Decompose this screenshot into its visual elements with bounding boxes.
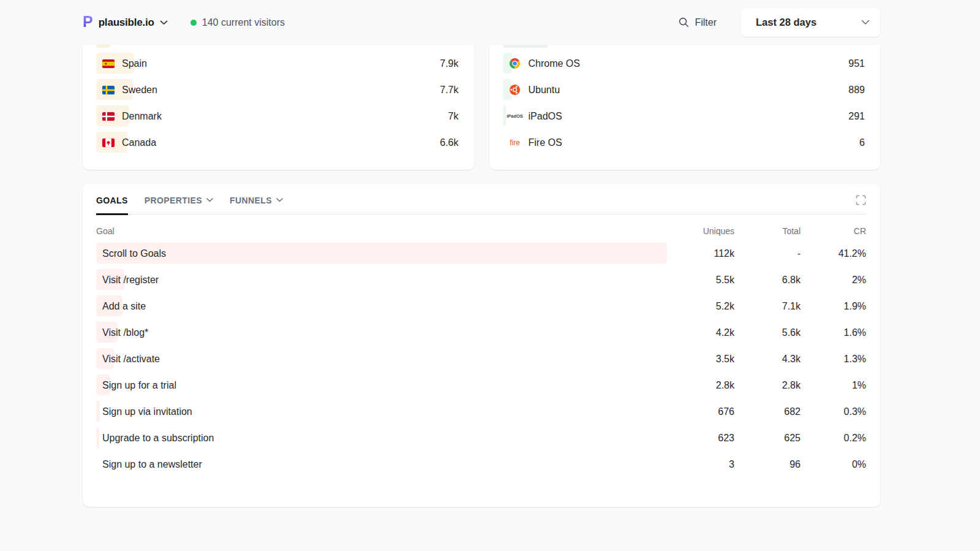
goal-cr: 1% — [801, 380, 866, 391]
fireos-wordmark-icon: fire — [509, 139, 521, 147]
goal-uniques: 5.2k — [667, 301, 734, 312]
goal-uniques: 3.5k — [667, 354, 734, 365]
os-row-chromeos[interactable]: Chrome OS 951 — [503, 50, 865, 77]
goal-uniques: 2.8k — [667, 380, 734, 391]
goal-label: Visit /activate — [96, 354, 160, 365]
search-icon — [679, 17, 689, 28]
goal-row[interactable]: Add a site 5.2k 7.1k 1.9% — [96, 293, 866, 319]
goal-uniques: 4.2k — [667, 327, 734, 338]
goal-label: Sign up for a trial — [96, 380, 176, 391]
site-switcher[interactable]: plausible.io — [99, 17, 168, 29]
flag-spain-icon — [102, 59, 115, 68]
goal-total: 2.8k — [734, 380, 801, 391]
goal-label: Sign up to a newsletter — [96, 459, 202, 470]
cutoff-bar-fragment — [96, 45, 110, 48]
tab-funnels[interactable]: FUNNELS — [230, 196, 283, 205]
date-range-dropdown[interactable]: Last 28 days — [741, 9, 880, 37]
goal-cr: 1.6% — [801, 327, 866, 338]
goal-row[interactable]: Sign up via invitation 676 682 0.3% — [96, 398, 866, 425]
country-row-denmark[interactable]: Denmark 7k — [96, 103, 459, 129]
current-visitors[interactable]: 140 current visitors — [202, 17, 285, 28]
country-row-spain[interactable]: Spain 7.9k — [96, 50, 459, 77]
flag-sweden-icon — [102, 86, 115, 94]
chevron-down-icon — [160, 20, 168, 25]
country-name: Denmark — [122, 111, 162, 122]
col-header-total: Total — [734, 226, 801, 236]
os-name: iPadOS — [529, 111, 562, 122]
flag-denmark-icon — [102, 112, 115, 121]
goal-cr: 0.3% — [801, 406, 866, 417]
goal-uniques: 112k — [667, 248, 734, 259]
goal-total: 7.1k — [734, 301, 801, 312]
col-header-cr: CR — [801, 226, 866, 236]
goal-cr: 0.2% — [801, 433, 866, 444]
flag-canada-icon — [102, 139, 115, 147]
os-value: 951 — [848, 58, 865, 69]
goal-total: 5.6k — [734, 327, 801, 338]
goal-row[interactable]: Visit /blog* 4.2k 5.6k 1.6% — [96, 319, 866, 346]
goal-uniques: 676 — [667, 406, 734, 417]
tab-goals[interactable]: GOALS — [96, 196, 128, 205]
goals-tabs: GOALS PROPERTIES FUNNELS — [96, 195, 866, 215]
goal-cr: 0% — [801, 459, 866, 470]
filter-button[interactable]: Filter — [679, 17, 717, 28]
site-name: plausible.io — [99, 17, 154, 29]
os-row-ipados[interactable]: iPadOS iPadOS 291 — [503, 103, 865, 129]
chevron-down-icon — [206, 198, 213, 202]
os-row-ubuntu[interactable]: Ubuntu 889 — [503, 77, 865, 103]
os-bar — [503, 105, 506, 126]
goal-label: Upgrade to a subscription — [96, 433, 214, 444]
expand-icon[interactable] — [856, 195, 866, 205]
goal-row[interactable]: Visit /register 5.5k 6.8k 2% — [96, 267, 866, 293]
goal-label: Visit /register — [96, 275, 159, 286]
col-header-uniques: Uniques — [667, 226, 734, 236]
country-value: 7.9k — [440, 58, 458, 69]
goal-cr: 1.3% — [801, 354, 866, 365]
goal-total: 682 — [734, 406, 801, 417]
os-value: 889 — [848, 85, 865, 96]
country-value: 7k — [448, 111, 459, 122]
cutoff-bar-fragment — [503, 45, 548, 48]
goal-uniques: 3 — [667, 459, 734, 470]
goal-bar — [96, 243, 667, 264]
filter-label: Filter — [695, 17, 717, 28]
countries-card: Spain 7.9k Sweden 7.7k Denmark — [83, 45, 474, 170]
goal-uniques: 623 — [667, 433, 734, 444]
ipados-wordmark-icon: iPadOS — [509, 113, 521, 119]
os-value: 291 — [848, 111, 865, 122]
breakdown-cards-row: Spain 7.9k Sweden 7.7k Denmark — [83, 45, 880, 170]
country-row-sweden[interactable]: Sweden 7.7k — [96, 77, 459, 103]
country-row-canada[interactable]: Canada 6.6k — [96, 129, 459, 156]
goal-row[interactable]: Sign up for a trial 2.8k 2.8k 1% — [96, 372, 866, 398]
goal-row[interactable]: Visit /activate 3.5k 4.3k 1.3% — [96, 346, 866, 372]
country-name: Canada — [122, 137, 156, 148]
os-value: 6 — [859, 137, 865, 148]
goal-label: Sign up via invitation — [96, 406, 192, 417]
goal-row[interactable]: Sign up to a newsletter 3 96 0% — [96, 451, 866, 477]
goal-cr: 41.2% — [801, 248, 866, 259]
goal-total: 625 — [734, 433, 801, 444]
os-name: Ubuntu — [529, 85, 560, 96]
goal-label: Scroll to Goals — [96, 248, 166, 259]
goals-table-body: Scroll to Goals 112k - 41.2% Visit /regi… — [96, 240, 866, 477]
goal-total: 4.3k — [734, 354, 801, 365]
os-name: Fire OS — [529, 137, 562, 148]
goal-label: Add a site — [96, 301, 146, 312]
os-name: Chrome OS — [529, 58, 580, 69]
goal-uniques: 5.5k — [667, 275, 734, 286]
chevron-down-icon — [276, 198, 283, 202]
country-name: Spain — [122, 58, 147, 69]
country-value: 6.6k — [440, 137, 458, 148]
goal-total: 6.8k — [734, 275, 801, 286]
os-row-fireos[interactable]: fire Fire OS 6 — [503, 129, 865, 156]
goals-card: GOALS PROPERTIES FUNNELS — [83, 184, 880, 507]
chevron-down-icon — [861, 20, 870, 25]
country-name: Sweden — [122, 85, 157, 96]
tab-properties[interactable]: PROPERTIES — [145, 196, 213, 205]
goal-cr: 2% — [801, 275, 866, 286]
goal-row[interactable]: Scroll to Goals 112k - 41.2% — [96, 240, 866, 267]
live-dot — [190, 20, 197, 26]
goal-total: - — [734, 248, 801, 259]
goal-total: 96 — [734, 459, 801, 470]
goal-row[interactable]: Upgrade to a subscription 623 625 0.2% — [96, 425, 866, 451]
